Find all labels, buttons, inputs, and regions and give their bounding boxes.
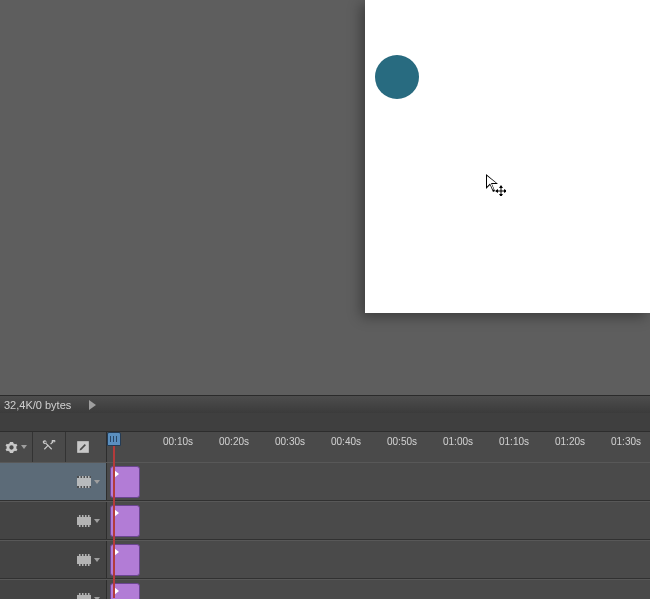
status-text: 32,4K/0 bytes [0, 399, 89, 411]
stage-area [0, 0, 650, 395]
track-lane[interactable] [107, 502, 650, 539]
timeline-toolbar-row: 00:10s00:20s00:30s00:40s00:50s01:00s01:1… [0, 432, 650, 462]
svg-rect-31 [88, 554, 90, 556]
svg-rect-17 [79, 515, 81, 517]
pencil-box-icon [76, 440, 90, 454]
svg-rect-11 [82, 486, 84, 488]
ruler-tick-label: 01:20s [555, 436, 585, 447]
timeline-toolbar [0, 432, 107, 462]
svg-rect-13 [88, 486, 90, 488]
track-row[interactable] [0, 501, 650, 540]
clip[interactable] [110, 505, 140, 537]
track-header[interactable] [0, 541, 107, 578]
svg-rect-33 [82, 564, 84, 566]
track-row[interactable] [0, 579, 650, 599]
svg-rect-28 [79, 554, 81, 556]
ruler-tick: 00:10s [163, 432, 193, 462]
clip-expand-icon [114, 548, 119, 556]
caret-down-icon [94, 558, 100, 562]
timeline-panel: 00:10s00:20s00:30s00:40s00:50s01:00s01:1… [0, 413, 650, 599]
clip[interactable] [110, 544, 140, 576]
play-icon[interactable] [89, 400, 96, 410]
ruler-tick-label: 01:30s [611, 436, 641, 447]
ruler-tick-label: 00:30s [275, 436, 305, 447]
ruler-tick: 01:10s [499, 432, 529, 462]
svg-rect-21 [79, 525, 81, 527]
ruler-tick-label: 00:50s [387, 436, 417, 447]
canvas[interactable] [365, 0, 650, 313]
svg-rect-32 [79, 564, 81, 566]
svg-rect-7 [82, 476, 84, 478]
timeline-header-strip [0, 413, 650, 432]
gear-icon [5, 441, 18, 454]
track-lane[interactable] [107, 580, 650, 599]
settings-button[interactable] [0, 432, 33, 462]
cut-button[interactable] [33, 432, 66, 462]
svg-rect-22 [82, 525, 84, 527]
timeline-ruler[interactable]: 00:10s00:20s00:30s00:40s00:50s01:00s01:1… [107, 432, 650, 462]
track-lane[interactable] [107, 541, 650, 578]
svg-rect-42 [88, 593, 90, 595]
track-row[interactable] [0, 462, 650, 501]
clip-expand-icon [114, 470, 119, 478]
scissors-icon [42, 440, 57, 455]
status-bar: 32,4K/0 bytes [0, 395, 650, 415]
ruler-tick: 00:20s [219, 432, 249, 462]
clip[interactable] [110, 466, 140, 498]
svg-rect-24 [88, 525, 90, 527]
ruler-tick: 01:30s [611, 432, 641, 462]
ruler-tick-label: 01:00s [443, 436, 473, 447]
track-lane[interactable] [107, 463, 650, 500]
caret-down-icon [94, 519, 100, 523]
svg-rect-9 [88, 476, 90, 478]
svg-rect-30 [85, 554, 87, 556]
svg-rect-40 [82, 593, 84, 595]
clip[interactable] [110, 583, 140, 599]
svg-rect-20 [88, 515, 90, 517]
track-header[interactable] [0, 463, 107, 500]
ruler-tick-label: 01:10s [499, 436, 529, 447]
track-header[interactable] [0, 580, 107, 599]
track-row[interactable] [0, 540, 650, 579]
track-list [0, 462, 650, 599]
canvas-circle[interactable] [375, 55, 419, 99]
svg-rect-18 [82, 515, 84, 517]
ruler-tick: 01:20s [555, 432, 585, 462]
filmstrip-icon [77, 593, 91, 600]
svg-rect-12 [85, 486, 87, 488]
edit-button[interactable] [66, 432, 99, 462]
svg-rect-35 [88, 564, 90, 566]
filmstrip-icon [77, 476, 91, 488]
svg-rect-6 [79, 476, 81, 478]
svg-rect-34 [85, 564, 87, 566]
svg-rect-23 [85, 525, 87, 527]
clip-expand-icon [114, 509, 119, 517]
caret-down-icon [21, 445, 27, 449]
ruler-tick: 00:50s [387, 432, 417, 462]
svg-rect-29 [82, 554, 84, 556]
filmstrip-icon [77, 554, 91, 566]
track-header[interactable] [0, 502, 107, 539]
ruler-tick-label: 00:40s [331, 436, 361, 447]
clip-expand-icon [114, 587, 119, 595]
ruler-tick: 00:30s [275, 432, 305, 462]
ruler-tick: 01:00s [443, 432, 473, 462]
svg-rect-8 [85, 476, 87, 478]
ruler-tick-label: 00:20s [219, 436, 249, 447]
caret-down-icon [94, 480, 100, 484]
svg-rect-19 [85, 515, 87, 517]
svg-rect-41 [85, 593, 87, 595]
filmstrip-icon [77, 515, 91, 527]
svg-rect-10 [79, 486, 81, 488]
ruler-tick: 00:40s [331, 432, 361, 462]
ruler-tick-label: 00:10s [163, 436, 193, 447]
svg-rect-39 [79, 593, 81, 595]
